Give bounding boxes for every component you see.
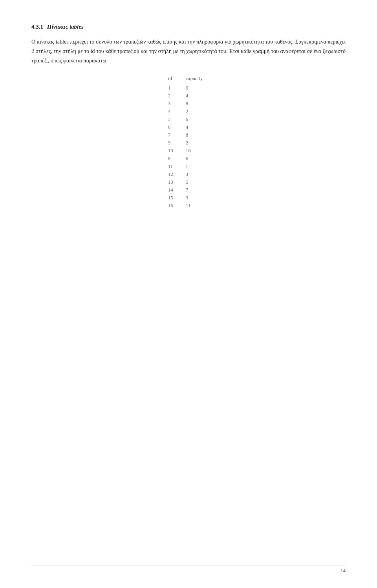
footer-line [31, 566, 346, 566]
tables-table: id capacity 1624384256647892101086111123… [165, 75, 212, 210]
cell-capacity: 7 [183, 186, 212, 194]
cell-capacity: 5 [183, 178, 212, 186]
cell-id: 11 [165, 163, 183, 170]
table-row: 42 [165, 108, 212, 115]
table-row: 78 [165, 131, 212, 139]
cell-capacity: 6 [183, 84, 212, 92]
cell-id: 9 [165, 139, 183, 147]
column-header-capacity: capacity [183, 75, 212, 84]
section-title: Πίνακας tables [47, 24, 84, 30]
cell-capacity: 8 [183, 100, 212, 108]
cell-id: 7 [165, 131, 183, 139]
cell-capacity: 6 [183, 115, 212, 123]
cell-id: 14 [165, 186, 183, 194]
cell-capacity: 8 [183, 131, 212, 139]
cell-capacity: 10 [183, 147, 212, 155]
column-header-id: id [165, 75, 183, 84]
section-number: 4.3.1 [31, 24, 43, 30]
cell-id: 10 [165, 147, 183, 155]
table-row: 1611 [165, 202, 212, 210]
table-row: 1010 [165, 147, 212, 155]
cell-capacity: 4 [183, 123, 212, 131]
table-row: 159 [165, 194, 212, 202]
cell-capacity: 3 [183, 170, 212, 178]
table-container: id capacity 1624384256647892101086111123… [31, 75, 346, 210]
table-row: 123 [165, 170, 212, 178]
table-row: 24 [165, 92, 212, 100]
section-heading: 4.3.1 Πίνακας tables [31, 24, 346, 30]
table-row: 16 [165, 84, 212, 92]
cell-id: 6 [165, 123, 183, 131]
body-paragraph: Ο πίνακας tables περιέχει το σύνολο των … [31, 37, 346, 65]
cell-capacity: 2 [183, 108, 212, 115]
cell-id: 13 [165, 178, 183, 186]
cell-id: 12 [165, 170, 183, 178]
table-row: 147 [165, 186, 212, 194]
table-header-row: id capacity [165, 75, 212, 84]
cell-id: 2 [165, 92, 183, 100]
table-row: 135 [165, 178, 212, 186]
table-row: 86 [165, 155, 212, 163]
table-row: 64 [165, 123, 212, 131]
cell-capacity: 11 [183, 202, 212, 210]
cell-id: 3 [165, 100, 183, 108]
cell-capacity: 1 [183, 163, 212, 170]
cell-id: 15 [165, 194, 183, 202]
cell-id: 1 [165, 84, 183, 92]
table-row: 92 [165, 139, 212, 147]
table-row: 38 [165, 100, 212, 108]
cell-capacity: 6 [183, 155, 212, 163]
table-row: 111 [165, 163, 212, 170]
cell-id: 8 [165, 155, 183, 163]
cell-id: 16 [165, 202, 183, 210]
cell-id: 4 [165, 108, 183, 115]
table-row: 56 [165, 115, 212, 123]
cell-id: 5 [165, 115, 183, 123]
cell-capacity: 2 [183, 139, 212, 147]
cell-capacity: 9 [183, 194, 212, 202]
cell-capacity: 4 [183, 92, 212, 100]
page-number: 14 [340, 568, 346, 574]
page: 4.3.1 Πίνακας tables Ο πίνακας tables πε… [0, 0, 377, 588]
